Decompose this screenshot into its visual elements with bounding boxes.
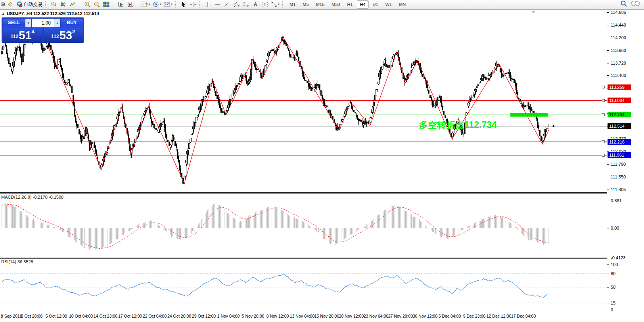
rsi-tick: 15 — [611, 301, 615, 305]
line-handle[interactable] — [602, 99, 604, 102]
equidistant-channel-button[interactable]: E — [232, 0, 241, 9]
time-tick-label: 5 Dec 04:00 — [439, 314, 461, 318]
buy-button[interactable]: BUY — [61, 19, 83, 27]
trade-panel-collapse-icon[interactable]: ▲ — [2, 12, 5, 15]
time-tick-label: 2 Oct 20:00 — [21, 314, 42, 318]
volume-input[interactable]: 1.00 — [32, 19, 54, 27]
timeframe-m15[interactable]: M15 — [313, 0, 328, 9]
price-tick: 111.305 — [611, 187, 626, 192]
toolbar-separator — [199, 1, 202, 8]
sell-price[interactable]: 112 51 4 — [3, 28, 42, 42]
time-tick-label: 8 Sep 2018 — [1, 314, 22, 318]
time-tick-label: 29 Oct 12:00 — [192, 314, 216, 318]
time-tick-label: 23 Nov 04:00 — [364, 314, 388, 318]
line-handle[interactable] — [602, 154, 604, 156]
autotrading-label: 自动交易 — [23, 1, 42, 8]
chart-shift-marker[interactable] — [531, 11, 535, 13]
timeframe-d1[interactable]: D1 — [370, 0, 381, 9]
time-tick-label: 1 Nov 04:00 — [217, 314, 240, 318]
search-icon[interactable] — [620, 0, 627, 9]
periods-dropdown-caret[interactable]: ▾ — [160, 3, 161, 6]
autotrading-icon — [16, 1, 23, 8]
price-tick: 114.200 — [611, 35, 626, 40]
templates-button[interactable]: ▾ — [163, 0, 174, 9]
arrows-button[interactable]: ▾ — [270, 0, 281, 9]
timeframe-m30[interactable]: M30 — [328, 0, 343, 9]
timeframe-h4[interactable]: H4 — [357, 0, 369, 9]
time-tick-label: 24 Oct 20:00 — [167, 314, 191, 318]
price-tick: 111.790 — [611, 162, 626, 167]
templates-dropdown-caret[interactable]: ▾ — [171, 3, 172, 6]
fibonacci-button[interactable]: F — [241, 0, 251, 9]
candlestick-chart[interactable] — [0, 10, 607, 192]
indicators-dropdown-caret[interactable]: ▾ — [149, 3, 150, 6]
buy-price-sup: 2 — [72, 29, 75, 34]
timeframe-h1[interactable]: H1 — [344, 0, 356, 9]
time-tick-label: 13 Nov 04:00 — [290, 314, 314, 318]
time-tick-label: 5 Oct 12:00 — [46, 314, 67, 318]
sell-button[interactable]: SELL — [3, 19, 25, 27]
fibonacci-icon: F — [242, 1, 249, 8]
line-handle[interactable] — [602, 86, 604, 88]
buy-price[interactable]: 112 53 2 — [44, 28, 83, 42]
timeframe-m5[interactable]: M5 — [299, 0, 312, 9]
text-button[interactable]: A — [251, 0, 260, 9]
timeframe-mn[interactable]: MN — [396, 0, 409, 9]
bar-chart-button[interactable] — [49, 0, 58, 9]
time-tick-label: 14 Oct 23:00 — [94, 314, 117, 318]
macd-chart[interactable] — [0, 194, 607, 257]
time-tick-label: 22 Oct 04:00 — [143, 314, 167, 318]
text-label-button[interactable]: T — [260, 0, 270, 9]
line-handle[interactable] — [602, 141, 604, 143]
crosshair-button[interactable] — [188, 0, 198, 9]
auto-scroll-button[interactable] — [116, 0, 126, 9]
rsi-indicator-label: RSI(14) 36.5528 — [1, 259, 33, 264]
chart-text-annotation[interactable]: 多空转折点112.734 — [419, 119, 497, 131]
timeframe-w1[interactable]: W1 — [382, 0, 395, 9]
line-handle[interactable] — [602, 113, 604, 116]
rsi-chart[interactable] — [0, 259, 607, 312]
cursor-button[interactable] — [179, 0, 188, 9]
horizontal-line-button[interactable] — [213, 0, 222, 9]
chart-shift-icon — [127, 1, 134, 8]
vertical-line-button[interactable] — [203, 0, 213, 9]
zigzag-line[interactable] — [38, 23, 549, 184]
level-price-chip: 112.216 — [608, 139, 631, 145]
chart-shift-button[interactable] — [126, 0, 135, 9]
tile-windows-button[interactable] — [102, 0, 111, 9]
rsi-pane[interactable]: RSI(14) 36.5528 — [0, 259, 607, 312]
price-tick: 114.440 — [611, 23, 626, 27]
periods-button[interactable]: ▾ — [151, 0, 163, 9]
zoom-in-button[interactable] — [82, 0, 92, 9]
macd-tick: 0.361 — [611, 198, 622, 203]
time-tick-label: 10 Oct 04:00 — [69, 314, 93, 318]
price-axis[interactable]: 114.685114.440114.200113.960113.720113.4… — [607, 10, 644, 312]
volume-increase-button[interactable]: ▲ — [54, 19, 60, 27]
timeframe-m1[interactable]: M1 — [286, 0, 299, 9]
new-order-button[interactable] — [6, 0, 15, 9]
rsi-line — [2, 274, 548, 298]
volume-decrease-button[interactable]: ▼ — [25, 19, 31, 27]
arrows-dropdown-caret[interactable]: ▾ — [278, 3, 280, 6]
trade-controls-row: SELL ▼ 1.00 ▲ BUY — [3, 19, 83, 27]
svg-text:E: E — [238, 5, 240, 8]
macd-pane[interactable]: MACD(12,26,9) -0.2170 -0.1508 — [0, 194, 607, 257]
line-chart-button[interactable] — [68, 0, 77, 9]
autotrading-button[interactable]: 自动交易 — [15, 0, 44, 9]
trendline-button[interactable] — [222, 0, 232, 9]
candlestick-chart-button[interactable] — [58, 0, 68, 9]
rsi-tick: 50 — [611, 285, 615, 289]
price-tick: 113.480 — [611, 73, 626, 78]
cursor-icon — [180, 1, 187, 8]
level-price-chip: 113.004 — [608, 98, 631, 103]
symbol-quote-line: USDJPY-,H4 112.522 112.526 112.512 112.5… — [7, 11, 99, 16]
time-axis[interactable]: 8 Sep 20182 Oct 20:005 Oct 12:0010 Oct 0… — [0, 312, 644, 322]
indicators-button[interactable]: ▾ — [140, 0, 151, 9]
symbol-header: ▲ USDJPY-,H4 112.522 112.526 112.512 112… — [2, 11, 99, 16]
zoom-out-button[interactable] — [92, 0, 102, 9]
equidistant-channel-icon: E — [233, 1, 240, 8]
chat-icon[interactable] — [631, 0, 640, 9]
main-chart-pane[interactable]: ▲ USDJPY-,H4 112.522 112.526 112.512 112… — [0, 10, 607, 192]
auto-scroll-icon — [118, 1, 124, 8]
new-order-button-label[interactable]: 单 — [1, 1, 6, 8]
